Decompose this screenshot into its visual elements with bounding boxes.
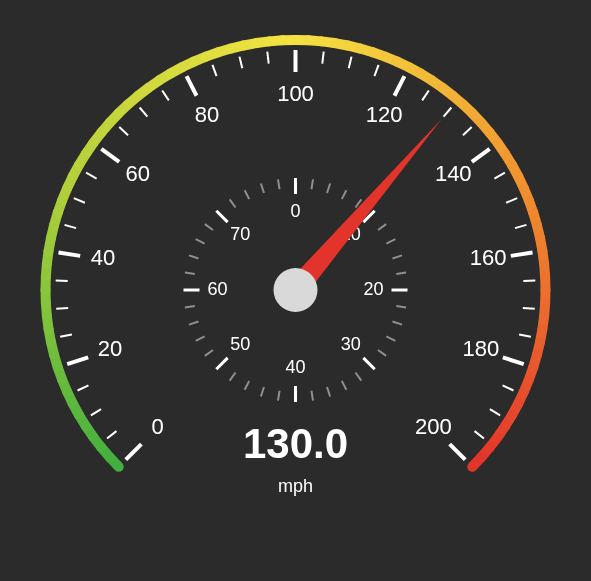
- inner-minor-tick: [378, 350, 386, 356]
- outer-minor-tick: [239, 57, 242, 69]
- outer-minor-tick: [506, 198, 517, 203]
- outer-minor-tick: [322, 52, 323, 64]
- inner-minor-tick: [396, 306, 406, 308]
- inner-minor-tick: [205, 224, 213, 230]
- inner-major-tick: [216, 358, 227, 369]
- inner-minor-tick: [185, 272, 195, 274]
- inner-minor-tick: [230, 199, 236, 207]
- outer-minor-tick: [60, 334, 72, 336]
- outer-minor-tick: [91, 409, 101, 415]
- inner-minor-tick: [386, 336, 395, 341]
- inner-minor-tick: [278, 391, 280, 401]
- outer-minor-tick: [422, 90, 429, 100]
- outer-minor-tick: [515, 225, 527, 228]
- inner-minor-tick: [393, 322, 403, 325]
- inner-tick-label: 0: [290, 201, 300, 221]
- inner-tick-label: 70: [230, 224, 250, 244]
- inner-minor-tick: [278, 179, 280, 189]
- outer-minor-tick: [78, 385, 89, 390]
- inner-minor-tick: [393, 255, 403, 258]
- outer-major-tick: [503, 357, 524, 364]
- inner-minor-tick: [355, 373, 361, 381]
- inner-minor-tick: [205, 350, 213, 356]
- outer-minor-tick: [494, 173, 504, 179]
- unit-label: mph: [0, 476, 591, 497]
- inner-minor-tick: [327, 183, 330, 193]
- outer-tick-label: 120: [366, 102, 403, 127]
- outer-minor-tick: [65, 225, 77, 228]
- outer-minor-tick: [503, 385, 514, 390]
- inner-tick-label: 40: [285, 357, 305, 377]
- outer-minor-tick: [56, 308, 68, 309]
- inner-tick-label: 20: [363, 279, 383, 299]
- inner-minor-tick: [185, 306, 195, 308]
- outer-major-tick: [394, 76, 404, 96]
- outer-tick-label: 100: [277, 81, 314, 106]
- inner-major-tick: [216, 211, 227, 222]
- outer-minor-tick: [212, 65, 216, 76]
- inner-minor-tick: [396, 272, 406, 274]
- inner-minor-tick: [230, 373, 236, 381]
- inner-minor-tick: [311, 391, 313, 401]
- outer-major-tick: [67, 357, 88, 364]
- outer-minor-tick: [444, 108, 452, 117]
- outer-minor-tick: [119, 127, 128, 135]
- outer-minor-tick: [349, 57, 352, 69]
- value-readout: 130.0: [0, 420, 591, 468]
- outer-major-tick: [187, 76, 197, 96]
- inner-minor-tick: [327, 387, 330, 397]
- inner-major-tick: [363, 358, 374, 369]
- outer-minor-tick: [74, 198, 85, 203]
- inner-minor-tick: [245, 381, 250, 390]
- inner-minor-tick: [311, 179, 313, 189]
- inner-minor-tick: [196, 336, 205, 341]
- needle-hub: [274, 268, 318, 312]
- inner-minor-tick: [189, 255, 199, 258]
- needle: [287, 119, 441, 297]
- inner-minor-tick: [378, 224, 386, 230]
- inner-minor-tick: [342, 190, 347, 199]
- outer-minor-tick: [490, 409, 500, 415]
- outer-tick-label: 40: [91, 245, 115, 270]
- inner-minor-tick: [245, 190, 250, 199]
- inner-tick-label: 50: [230, 334, 250, 354]
- outer-tick-label: 140: [435, 161, 472, 186]
- inner-minor-tick: [189, 322, 199, 325]
- outer-minor-tick: [463, 127, 472, 135]
- outer-minor-tick: [140, 108, 148, 117]
- inner-tick-label: 60: [207, 279, 227, 299]
- outer-minor-tick: [86, 173, 96, 179]
- outer-minor-tick: [519, 334, 531, 336]
- outer-major-tick: [101, 149, 119, 162]
- inner-tick-label: 30: [341, 334, 361, 354]
- outer-major-tick: [472, 149, 490, 162]
- outer-major-tick: [58, 252, 80, 255]
- inner-minor-tick: [342, 381, 347, 390]
- inner-minor-tick: [261, 183, 264, 193]
- inner-minor-tick: [196, 239, 205, 244]
- inner-minor-tick: [386, 239, 395, 244]
- outer-major-tick: [511, 252, 533, 255]
- outer-minor-tick: [523, 308, 535, 309]
- outer-tick-label: 160: [470, 245, 507, 270]
- outer-tick-label: 80: [195, 102, 219, 127]
- outer-minor-tick: [374, 65, 378, 76]
- outer-tick-label: 180: [463, 336, 500, 361]
- inner-minor-tick: [261, 387, 264, 397]
- outer-tick-label: 60: [125, 161, 149, 186]
- outer-tick-label: 20: [98, 336, 122, 361]
- speedometer-gauge: 0204060801001201401601802000102030405060…: [0, 0, 591, 581]
- outer-minor-tick: [267, 52, 268, 64]
- outer-minor-tick: [162, 90, 169, 100]
